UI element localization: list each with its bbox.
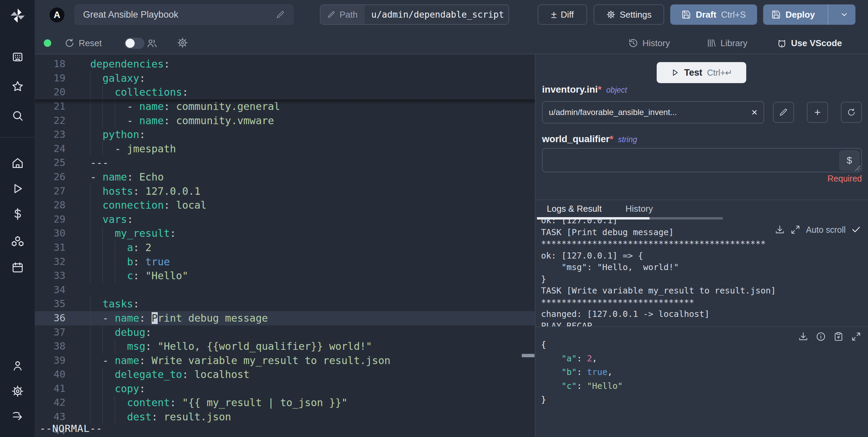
code-line[interactable]: 39 - name: Write variable my_result to r… (35, 354, 535, 368)
log-text: ok: [127.0.0.1] TASK [Print debug messag… (536, 220, 868, 326)
windmill-logo-icon[interactable] (9, 7, 26, 24)
vscode-cat-icon (777, 38, 787, 48)
code-line[interactable]: 26- name: Echo (35, 170, 535, 184)
path-value: u/admin/dependable_script (365, 5, 509, 24)
code-line[interactable]: 37 debug: (35, 325, 535, 340)
line-number: 42 (35, 396, 65, 410)
sidebar-item-favorites star-icon[interactable] (0, 79, 35, 94)
code-line[interactable]: 38 msg: "Hello, {{world_qualifier}} worl… (35, 339, 535, 354)
resize-grip[interactable] (855, 166, 861, 171)
result-divider (536, 326, 868, 327)
code-line[interactable]: 27 hosts: 127.0.0.1 (35, 184, 535, 198)
expand-icon[interactable] (790, 225, 801, 235)
log-output[interactable]: ok: [127.0.0.1] TASK [Print debug messag… (536, 220, 868, 326)
refresh-resource-button refresh-icon[interactable] (841, 102, 862, 123)
sticky-scroll-lines: 18dependencies:19 galaxy:20 collections: (35, 57, 535, 99)
save-icon (681, 10, 691, 19)
refresh-icon (64, 38, 75, 48)
chevron-down-icon (840, 10, 849, 19)
history-button[interactable]: History (628, 35, 670, 51)
code-line[interactable]: 36 - name: Print debug message (35, 311, 535, 325)
line-number: 25 (35, 156, 65, 170)
code-line[interactable]: 29 vars: (35, 212, 535, 227)
code-line[interactable]: 24 - jmespath (35, 142, 535, 156)
deploy-dropdown-button[interactable] (833, 4, 855, 25)
inventory-resource-input[interactable]: u/admin/favorable_ansible_invent... × (542, 101, 764, 124)
info-icon[interactable] (816, 331, 826, 342)
code-line[interactable]: 32 b: true (35, 255, 535, 269)
sidebar-item-workspace building-icon[interactable] (0, 49, 35, 65)
sidebar-item-account person-icon[interactable] (0, 358, 35, 374)
code-line[interactable]: 20 collections: (35, 85, 535, 99)
save-draft-button[interactable]: Draft Ctrl+S (670, 4, 757, 25)
collaborators-button users-icon[interactable] (146, 38, 158, 49)
field-name: inventory.ini (542, 84, 598, 95)
edit-title-pencil-icon[interactable] (276, 10, 285, 19)
use-vscode-button[interactable]: Use VScode (777, 35, 842, 51)
test-label: Test (684, 68, 702, 78)
vim-mode-indicator: --NORMAL-- (40, 423, 102, 434)
code-line[interactable]: 33 c: "Hello" (35, 269, 535, 283)
edit-resource-button pencil-icon[interactable] (773, 102, 794, 123)
field-type: object (606, 86, 627, 94)
clear-icon[interactable]: × (747, 107, 757, 118)
code-line[interactable]: 23 python: (35, 128, 535, 142)
sidebar-item-logout logout-icon[interactable] (0, 409, 35, 425)
world-qualifier-textarea[interactable]: $ (542, 148, 862, 172)
sidebar-item-variables dollar-icon[interactable] (0, 206, 35, 222)
line-number: 39 (35, 354, 65, 368)
expand-icon[interactable] (851, 331, 861, 342)
download-icon[interactable] (775, 225, 785, 235)
line-number: 32 (35, 255, 65, 269)
tab-history[interactable]: History (625, 204, 653, 214)
result-json-viewer[interactable]: { "a": 2, "b": true, "c": "Hello"} (541, 338, 623, 407)
library-label: Library (720, 38, 747, 49)
sidebar-item-search search-icon[interactable] (0, 108, 35, 124)
code-line[interactable]: 28 connection: local (35, 198, 535, 212)
sidebar-item-runs play-icon[interactable] (0, 181, 35, 196)
settings-button[interactable]: Settings (594, 4, 664, 25)
add-resource-button plus-icon[interactable]: + (807, 102, 828, 123)
line-number: 22 (35, 114, 65, 128)
line-number: 38 (35, 339, 65, 354)
library-button[interactable]: Library (706, 35, 747, 51)
code-line[interactable]: 31 a: 2 (35, 241, 535, 255)
code-line[interactable]: 25--- (35, 156, 535, 170)
sidebar-item-home home-icon[interactable] (0, 155, 35, 171)
editor-scrollbar-thumb[interactable] (522, 354, 535, 357)
auto-scroll-label[interactable]: Auto scroll (806, 225, 846, 235)
diff-button[interactable]: ± Diff (538, 4, 587, 25)
code-line[interactable]: 18dependencies: (35, 57, 535, 71)
script-title-input[interactable]: Great Ansible Playbook (75, 4, 293, 25)
editor-settings-button gear-icon[interactable] (177, 37, 188, 49)
diff-mode-toggle[interactable] (124, 38, 144, 49)
code-line[interactable]: 43 dest: result.json (35, 410, 535, 424)
sidebar-item-settings gear-icon[interactable] (0, 383, 35, 399)
tab-logs-result[interactable]: Logs & Result (547, 204, 602, 214)
code-line[interactable]: 40 delegate_to: localhost (35, 367, 535, 382)
code-line[interactable]: 42 content: "{{ my_result | to_json }}" (35, 396, 535, 410)
draft-shortcut: Ctrl+S (721, 10, 746, 20)
code-line[interactable]: 41 copy: (35, 382, 535, 396)
log-scroll-indicator[interactable] (650, 217, 723, 220)
diff-label: Diff (561, 10, 574, 20)
deploy-button[interactable]: Deploy (763, 4, 823, 25)
save-icon (771, 10, 781, 19)
path-button[interactable]: Path u/admin/dependable_script (320, 4, 509, 25)
reset-button[interactable]: Reset (64, 35, 102, 51)
code-line[interactable]: 34 (35, 283, 535, 297)
code-line[interactable]: 35 tasks: (35, 297, 535, 311)
deploy-label: Deploy (786, 10, 815, 20)
download-icon[interactable] (798, 331, 808, 342)
sidebar-item-schedules calendar-icon[interactable] (0, 260, 35, 275)
line-number: 40 (35, 367, 65, 382)
test-button[interactable]: Test Ctrl+↵ (657, 62, 746, 83)
code-line[interactable]: 22 - name: community.vmware (35, 114, 535, 128)
clipboard-icon[interactable] (833, 331, 844, 342)
code-line[interactable]: 19 galaxy: (35, 71, 535, 86)
sidebar-item-resources boxes-icon[interactable] (0, 233, 35, 249)
code-line[interactable]: 44 (35, 424, 535, 437)
code-line[interactable]: 30 my_result: (35, 226, 535, 241)
inventory-field-row: u/admin/favorable_ansible_invent... × + (542, 102, 862, 123)
code-editor[interactable]: 18dependencies:19 galaxy:20 collections:… (35, 54, 535, 437)
